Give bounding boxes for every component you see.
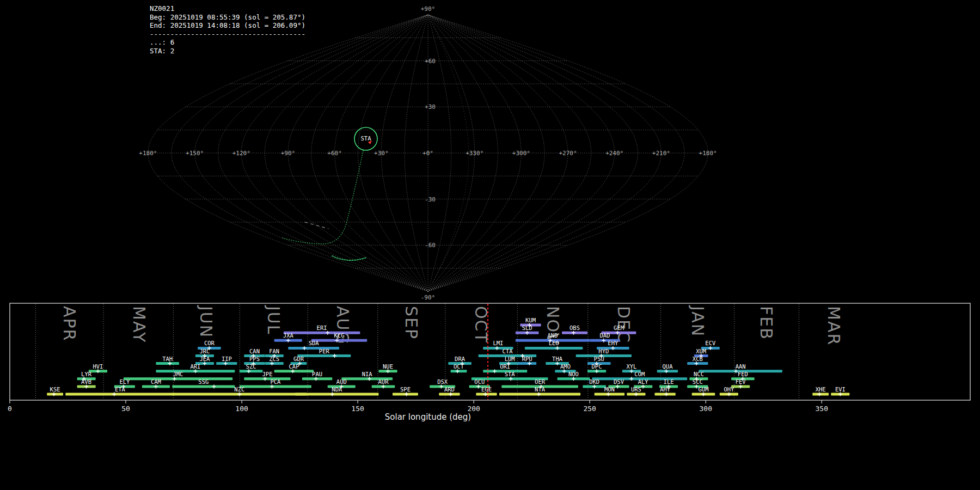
shower-bar <box>124 377 232 380</box>
shower-code-label: URS <box>631 386 641 393</box>
x-tick-label: 350 <box>816 405 828 413</box>
shower-code-label: PPS <box>249 356 260 362</box>
month-label: APR <box>60 306 79 341</box>
month-label: MAR <box>824 306 843 346</box>
longitude-label: +90° <box>281 150 296 157</box>
shower-code-label: ARD <box>444 386 455 393</box>
shower-code-label: LYR <box>81 371 92 377</box>
pole-label: -90° <box>421 294 436 301</box>
longitude-label: +0° <box>422 150 433 157</box>
shower-code-label: AND <box>548 332 558 339</box>
plot-canvas: +180°+150°+120°+90°+60°+30°+0°+330°+300°… <box>0 0 980 490</box>
shower-code-label: AUR <box>378 378 389 385</box>
shower-code-label: THA <box>552 356 563 362</box>
info-line: -------------------------------------- <box>150 30 305 39</box>
shower-bar <box>295 393 378 396</box>
month-label: JAN <box>688 305 707 337</box>
shower-code-label: ERI <box>317 324 327 331</box>
shower-code-label: KUM <box>525 317 536 323</box>
longitude-label: +30° <box>374 150 389 157</box>
shower-bar <box>156 362 179 365</box>
month-label: MAY <box>130 306 149 343</box>
month-label: JUL <box>264 305 283 335</box>
shower-code-label: ORI <box>500 363 510 370</box>
shower-code-label: JXA <box>283 332 294 339</box>
shower-code-label: AHY <box>660 386 671 393</box>
latitude-label: +60 <box>425 58 436 65</box>
shower-code-label: GDR <box>293 356 304 362</box>
shower-code-label: OCT <box>454 363 464 370</box>
shower-code-label: OCU <box>474 378 485 385</box>
shower-code-label: ETA <box>115 386 126 393</box>
shower-code-label: SDA <box>309 340 320 346</box>
shower-code-label: FEV <box>736 378 746 385</box>
shower-code-label: JMC <box>173 371 183 377</box>
shower-bar <box>525 347 583 350</box>
radiant-drift-trail <box>283 151 363 244</box>
shower-code-label: XYL <box>626 363 636 370</box>
shower-code-label: SSG <box>198 378 209 385</box>
shower-code-label: DSX <box>437 378 448 385</box>
shower-code-label: CAM <box>151 378 161 385</box>
radiant-drift-arc <box>332 256 366 260</box>
shower-code-label: LUM <box>505 356 515 362</box>
shower-bar <box>240 385 311 388</box>
x-axis-title: Solar longitude (deg) <box>385 412 471 422</box>
x-tick-label: 250 <box>583 405 596 413</box>
meridian-line <box>171 15 428 291</box>
x-tick-label: 300 <box>700 405 712 413</box>
shower-code-label: COR <box>204 340 215 346</box>
shower-code-label: CAP <box>289 363 299 370</box>
shower-code-label: FAN <box>269 348 279 354</box>
shower-bar <box>65 393 174 396</box>
info-line: STA: 2 <box>150 47 305 56</box>
shower-code-label: HYD <box>598 348 609 354</box>
shower-code-label: IIP <box>222 356 232 362</box>
shower-code-label: ALY <box>638 378 649 385</box>
shower-code-label: PAU <box>312 371 322 377</box>
shower-code-label: QUA <box>663 363 673 370</box>
shower-code-label: NTA <box>535 386 546 393</box>
shower-bar <box>284 332 360 334</box>
shower-code-label: ECV <box>705 340 716 346</box>
longitude-label: +240° <box>605 150 623 157</box>
latitude-label: +30 <box>425 103 436 111</box>
shower-code-label: NUE <box>383 363 393 370</box>
shower-bar <box>311 339 367 342</box>
longitude-label: +120° <box>232 150 250 157</box>
shower-code-label: AVB <box>81 378 91 385</box>
shower-bar <box>297 354 351 357</box>
shower-code-label: STA <box>505 371 516 377</box>
month-label: SEP <box>402 306 421 340</box>
shower-code-label: PSU <box>594 356 604 362</box>
latitude-label: -30 <box>425 196 436 203</box>
shower-code-label: EGE <box>481 386 492 393</box>
info-line: End: 20251019 14:08:18 (sol = 206.09°) <box>150 21 305 30</box>
shower-code-label: KCG <box>334 332 345 339</box>
longitude-label: +180° <box>699 150 717 157</box>
activity-timeline: APRMAYJUNJULAUGSEPOCTNOVDECJANFEBMARKUME… <box>8 303 970 422</box>
radiant-label: STA <box>361 135 372 142</box>
shower-code-label: SCC <box>693 378 703 385</box>
x-tick-label: 50 <box>121 405 130 413</box>
shower-code-label: NCC <box>694 371 704 377</box>
x-tick-label: 0 <box>8 405 12 413</box>
meridian-line <box>358 15 428 291</box>
shower-code-label: JPE <box>262 371 273 377</box>
info-line: ...: 6 <box>150 38 305 47</box>
shower-code-label: PCA <box>270 378 281 385</box>
longitude-label: +330° <box>465 150 483 157</box>
longitude-label: +300° <box>512 150 530 157</box>
shower-code-label: NIA <box>362 371 373 377</box>
longitude-label: +180° <box>139 150 157 157</box>
shower-code-label: NDA <box>332 386 342 393</box>
shower-bar <box>288 347 339 350</box>
shower-code-label: GEM <box>614 324 624 331</box>
shower-code-label: TAH <box>162 356 173 362</box>
shower-code-label: DSV <box>614 378 624 385</box>
shower-code-label: AUD <box>336 378 347 385</box>
shower-code-label: RPU <box>522 356 532 362</box>
shower-code-label: AAN <box>736 363 746 370</box>
info-line: NZ0021 <box>150 4 305 13</box>
shower-code-label: DAD <box>599 332 610 339</box>
